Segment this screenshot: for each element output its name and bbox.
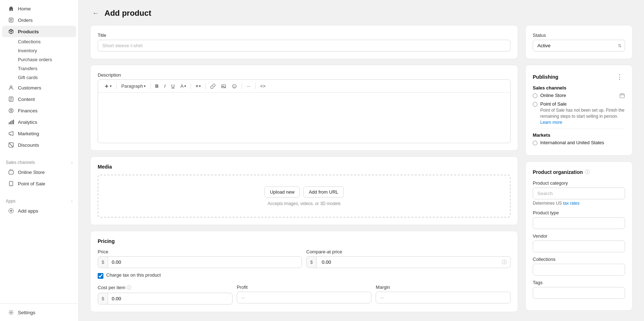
market-intl: International and United States: [533, 140, 625, 145]
sales-channels-section-label[interactable]: Sales channels ›: [0, 156, 78, 166]
channel-online-store-name: Online Store: [540, 93, 566, 98]
sidebar-item-content[interactable]: Content: [2, 93, 76, 105]
collections-org-label: Collections: [533, 257, 625, 262]
channel-pos: Point of Sale Point of Sale has not been…: [533, 101, 625, 125]
svg-rect-5: [10, 121, 11, 125]
toolbar-paragraph-btn[interactable]: Paragraph ▾: [119, 82, 148, 90]
sidebar-item-online-store-label: Online Store: [18, 170, 45, 175]
products-icon: [8, 28, 14, 35]
product-org-card: Product organization ⓘ Product category …: [525, 161, 633, 311]
settings-icon: [8, 309, 14, 316]
toolbar-ai-btn[interactable]: ▾: [102, 82, 114, 90]
category-input[interactable]: [533, 188, 625, 199]
toolbar-italic-btn[interactable]: I: [162, 82, 168, 90]
sidebar-item-home-label: Home: [18, 6, 31, 11]
title-label: Title: [98, 33, 511, 38]
svg-rect-22: [620, 94, 625, 98]
market-intl-radio[interactable]: [533, 141, 537, 145]
org-header-title: Product organization: [533, 169, 583, 175]
calendar-icon[interactable]: [619, 93, 625, 98]
toolbar-more-btn[interactable]: ···: [244, 82, 253, 90]
tax-rates-link[interactable]: tax rates: [563, 201, 580, 206]
description-editor: ▾ Paragraph ▾ B I: [98, 79, 511, 143]
sidebar-item-orders[interactable]: Orders: [2, 14, 76, 26]
org-info-icon[interactable]: ⓘ: [585, 169, 590, 175]
sidebar-item-point-of-sale[interactable]: Point of Sale: [2, 178, 76, 189]
cost-profit-row: Cost per item ⓘ $ Profit Margin: [98, 284, 511, 305]
vendor-field: Vendor: [533, 233, 625, 252]
description-label: Description: [98, 72, 511, 78]
customers-icon: [8, 84, 14, 91]
content-left: Title Description ▾ Paragraph ▾: [90, 25, 518, 312]
description-toolbar: ▾ Paragraph ▾ B I: [98, 80, 510, 93]
sidebar-item-finances-label: Finances: [18, 108, 38, 113]
sidebar-item-add-apps[interactable]: Add apps: [2, 205, 76, 217]
description-card: Description ▾ Paragraph ▾: [90, 65, 518, 151]
toolbar-color-btn[interactable]: A ▾: [178, 82, 189, 90]
compare-help-icon[interactable]: ⓘ: [502, 259, 510, 266]
toolbar-align-btn[interactable]: ≡ ▾: [193, 82, 204, 90]
compare-price-input[interactable]: [318, 257, 501, 268]
sidebar-item-content-label: Content: [18, 97, 35, 102]
tax-note: Determines US tax rates: [533, 201, 625, 206]
channel-online-store-radio[interactable]: [533, 93, 537, 98]
sidebar-item-customers-label: Customers: [18, 85, 41, 91]
learn-more-link[interactable]: Learn more: [540, 120, 562, 125]
add-apps-label: Add apps: [18, 208, 38, 214]
markets-content: Markets International and United States: [533, 132, 625, 148]
price-input[interactable]: [108, 257, 302, 268]
sidebar-subitem-gift-cards[interactable]: Gift cards: [2, 73, 76, 82]
status-select[interactable]: Active Draft: [533, 40, 625, 52]
category-field: Product category Determines US tax rates: [533, 180, 625, 206]
cost-input[interactable]: [108, 293, 232, 304]
sidebar-item-analytics[interactable]: Analytics: [2, 116, 76, 128]
type-input[interactable]: [533, 217, 625, 229]
sidebar-item-finances[interactable]: Finances: [2, 105, 76, 116]
status-label: Status: [533, 33, 625, 38]
sidebar-item-online-store[interactable]: Online Store: [2, 166, 76, 178]
cost-help-icon[interactable]: ⓘ: [127, 285, 131, 290]
content-right: Status Active Draft Publishing ⋮ Sales c…: [525, 25, 633, 311]
sidebar-item-customers[interactable]: Customers: [2, 82, 76, 93]
charge-tax-checkbox[interactable]: [98, 273, 103, 279]
page-header: ← Add product: [90, 9, 633, 18]
media-title: Media: [98, 164, 511, 170]
sidebar-subitem-collections[interactable]: Collections: [2, 37, 76, 46]
sidebar-item-discounts[interactable]: Discounts: [2, 139, 76, 151]
sidebar-subitem-purchase-orders[interactable]: Purchase orders: [2, 55, 76, 64]
title-input[interactable]: [98, 40, 511, 52]
apps-section-label[interactable]: Apps ›: [0, 195, 78, 205]
channel-pos-name: Point of Sale: [540, 101, 625, 107]
publishing-header: Publishing ⋮: [533, 72, 625, 82]
sidebar-subitem-transfers[interactable]: Transfers: [2, 64, 76, 73]
publishing-dots-btn[interactable]: ⋮: [614, 72, 625, 82]
toolbar-emoji-btn[interactable]: [229, 82, 239, 90]
toolbar-bold-btn[interactable]: B: [153, 82, 161, 90]
title-card: Title: [90, 25, 518, 59]
tags-input[interactable]: [533, 287, 625, 299]
sidebar-item-home[interactable]: Home: [2, 3, 76, 14]
sidebar-subitem-inventory[interactable]: Inventory: [2, 46, 76, 55]
content-icon: [8, 96, 14, 102]
sidebar-item-products[interactable]: Products: [2, 26, 76, 37]
toolbar-code-btn[interactable]: <>: [258, 82, 268, 90]
vendor-input[interactable]: [533, 240, 625, 252]
collections-input[interactable]: [533, 264, 625, 276]
type-label: Product type: [533, 210, 625, 215]
add-from-url-btn[interactable]: Add from URL: [303, 186, 343, 198]
toolbar-underline-btn[interactable]: U: [169, 82, 177, 90]
upload-new-btn[interactable]: Upload new: [264, 186, 300, 198]
margin-input: [376, 292, 511, 303]
sidebar-item-settings[interactable]: Settings: [2, 307, 76, 318]
toolbar-link-btn[interactable]: [208, 82, 218, 90]
toolbar-image-btn[interactable]: [219, 82, 229, 90]
toolbar-sep-5: [241, 83, 242, 89]
description-body[interactable]: [98, 93, 510, 143]
channel-pos-radio[interactable]: [533, 102, 537, 107]
type-field: Product type: [533, 210, 625, 229]
sidebar-item-marketing[interactable]: Marketing: [2, 128, 76, 139]
add-apps-icon: [8, 208, 14, 214]
tags-label: Tags: [533, 280, 625, 285]
charge-tax-label[interactable]: Charge tax on this product: [106, 272, 161, 278]
back-button[interactable]: ←: [90, 9, 101, 18]
